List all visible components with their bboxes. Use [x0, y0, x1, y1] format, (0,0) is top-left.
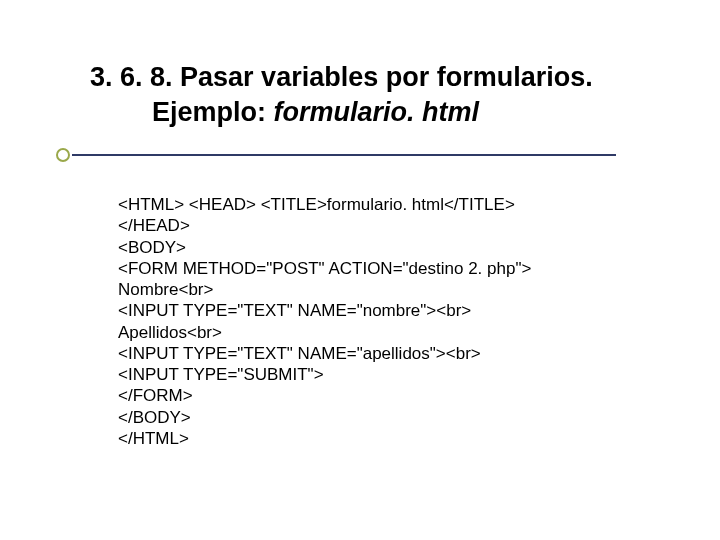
- divider-line: [72, 154, 616, 156]
- code-line: <FORM METHOD="POST" ACTION="destino 2. p…: [118, 259, 531, 278]
- code-line: </FORM>: [118, 386, 193, 405]
- slide-title: 3. 6. 8. Pasar variables por formularios…: [0, 60, 720, 130]
- code-line: </BODY>: [118, 408, 191, 427]
- title-divider: [56, 148, 616, 162]
- title-line-2-prefix: Ejemplo:: [152, 97, 274, 127]
- code-line: <INPUT TYPE="TEXT" NAME="nombre"><br>: [118, 301, 471, 320]
- title-line-2-italic: formulario. html: [274, 97, 480, 127]
- code-line: Nombre<br>: [118, 280, 213, 299]
- title-line-2: Ejemplo: formulario. html: [90, 95, 650, 130]
- code-line: </HTML>: [118, 429, 189, 448]
- code-line: <HTML> <HEAD> <TITLE>formulario. html</T…: [118, 195, 515, 214]
- code-line: Apellidos<br>: [118, 323, 222, 342]
- code-block: <HTML> <HEAD> <TITLE>formulario. html</T…: [118, 194, 720, 449]
- bullet-icon: [56, 148, 70, 162]
- code-line: <INPUT TYPE="SUBMIT">: [118, 365, 324, 384]
- code-line: </HEAD>: [118, 216, 190, 235]
- slide: 3. 6. 8. Pasar variables por formularios…: [0, 0, 720, 540]
- code-line: <BODY>: [118, 238, 186, 257]
- code-line: <INPUT TYPE="TEXT" NAME="apellidos"><br>: [118, 344, 481, 363]
- title-line-1: 3. 6. 8. Pasar variables por formularios…: [90, 60, 650, 95]
